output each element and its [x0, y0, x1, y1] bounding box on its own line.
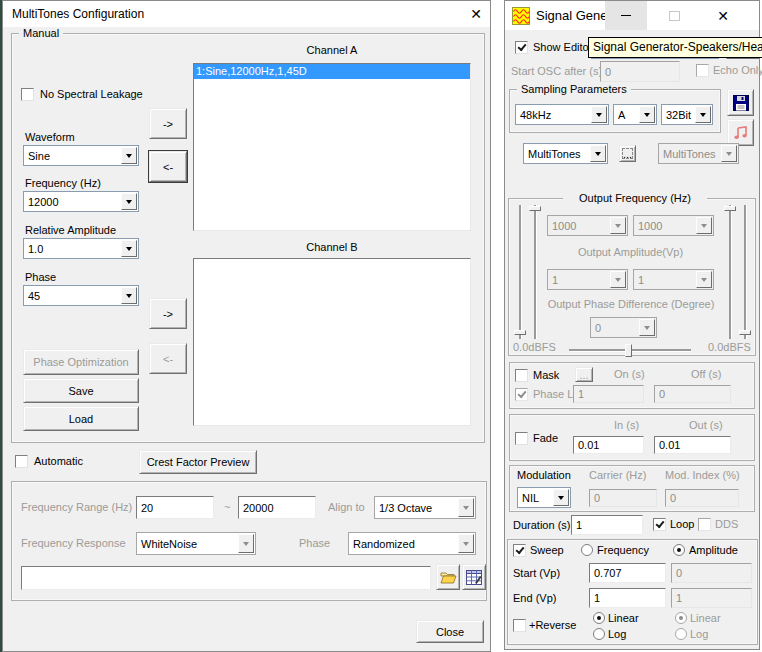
chevron-down-icon[interactable]: [121, 193, 137, 210]
channel-b-list[interactable]: [193, 258, 471, 426]
source-type-select[interactable]: MultiTones: [523, 143, 608, 164]
fade-checkbox[interactable]: [515, 432, 528, 445]
output-balance-a-slider[interactable]: [534, 205, 537, 339]
chevron-down-icon[interactable]: [121, 287, 137, 304]
log-radio-2[interactable]: [675, 628, 687, 640]
channel-select[interactable]: A: [613, 104, 657, 125]
start-osc-field[interactable]: 0: [600, 61, 680, 82]
loop-checkbox[interactable]: [653, 518, 666, 531]
play-tone-button[interactable]: [727, 119, 754, 146]
phase-optimization-button[interactable]: Phase Optimization: [23, 349, 139, 375]
minimize-button[interactable]: [605, 1, 647, 30]
maximize-button[interactable]: [653, 1, 695, 30]
dest-type-select[interactable]: MultiTones: [658, 143, 739, 164]
output-freq-b-select[interactable]: 1000: [633, 215, 714, 236]
frequency-range-from-field[interactable]: 20: [136, 496, 214, 519]
bit-depth-select[interactable]: 32Bit: [661, 104, 713, 125]
window-close-button[interactable]: ✕: [699, 1, 747, 30]
carrier-field[interactable]: 0: [589, 489, 657, 507]
frequency-range-to-field[interactable]: 20000: [238, 496, 316, 519]
chevron-down-icon[interactable]: [458, 534, 474, 553]
chevron-down-icon[interactable]: [610, 271, 626, 288]
fade-out-field[interactable]: 0.01: [654, 436, 731, 454]
sweep-amplitude-radio[interactable]: [673, 544, 685, 556]
remove-from-channel-a-button[interactable]: <-: [149, 151, 187, 182]
chevron-down-icon[interactable]: [696, 217, 712, 234]
end-vp-field[interactable]: 1: [589, 588, 666, 608]
chevron-down-icon[interactable]: [696, 271, 712, 288]
linear-radio-2[interactable]: [675, 612, 687, 624]
mod-index-field[interactable]: 0: [665, 489, 739, 507]
end-vp-field-2[interactable]: 1: [671, 588, 752, 608]
output-amp-b-select[interactable]: 1: [633, 269, 714, 290]
chevron-down-icon[interactable]: [639, 106, 655, 123]
no-spectral-leakage-checkbox[interactable]: [21, 88, 34, 101]
reverse-checkbox[interactable]: [513, 619, 526, 632]
slider-thumb[interactable]: [514, 330, 526, 335]
chevron-down-icon[interactable]: [610, 217, 626, 234]
dds-checkbox[interactable]: [698, 518, 711, 531]
chevron-down-icon[interactable]: [639, 319, 655, 336]
sweep-frequency-radio[interactable]: [581, 544, 593, 556]
mask-on-field[interactable]: 1: [573, 385, 644, 403]
mask-config-button[interactable]: ...: [575, 367, 593, 382]
add-to-channel-b-button[interactable]: ->: [149, 298, 187, 329]
start-vp-field[interactable]: 0.707: [589, 563, 666, 583]
start-vp-field-2[interactable]: 0: [671, 563, 752, 583]
phase-lock-checkbox[interactable]: [515, 388, 528, 401]
output-level-b-slider[interactable]: [744, 205, 747, 339]
output-amp-a-select[interactable]: 1: [547, 269, 628, 290]
log-radio[interactable]: [593, 628, 605, 640]
multitones-config-button[interactable]: ...: [619, 145, 636, 162]
channel-a-list-item[interactable]: 1:Sine,12000Hz,1,45D: [194, 64, 470, 79]
output-level-a-slider[interactable]: [519, 205, 522, 339]
save-button[interactable]: Save: [23, 378, 139, 403]
mask-checkbox[interactable]: [515, 369, 528, 382]
output-phase-select[interactable]: 0: [590, 317, 657, 338]
align-to-select[interactable]: 1/3 Octave: [374, 496, 476, 519]
phase2-select[interactable]: Randomized: [348, 532, 476, 555]
chevron-down-icon[interactable]: [553, 489, 569, 506]
edit-table-button[interactable]: [462, 564, 486, 590]
slider-thumb[interactable]: [529, 206, 541, 211]
multitones-close-button[interactable]: ✕: [461, 1, 491, 27]
chevron-down-icon[interactable]: [590, 145, 606, 162]
add-to-channel-a-button[interactable]: ->: [149, 108, 187, 139]
chevron-down-icon[interactable]: [121, 147, 137, 164]
automatic-checkbox[interactable]: [15, 455, 28, 468]
crest-factor-preview-button[interactable]: Crest Factor Preview: [139, 450, 257, 474]
sweep-checkbox[interactable]: [513, 544, 526, 557]
fade-in-field[interactable]: 0.01: [573, 436, 644, 454]
duration-field[interactable]: 1: [571, 515, 643, 535]
slider-thumb[interactable]: [724, 206, 736, 211]
sample-rate-select[interactable]: 48kHz: [515, 104, 609, 125]
multitones-titlebar[interactable]: MultiTones Configuration: [3, 1, 490, 27]
slider-thumb[interactable]: [625, 344, 632, 357]
phase-select[interactable]: 45: [23, 285, 139, 306]
file-path-field[interactable]: [21, 566, 431, 590]
chevron-down-icon[interactable]: [721, 145, 737, 162]
waveform-select[interactable]: Sine: [23, 145, 139, 166]
output-balance-b-slider[interactable]: [729, 205, 732, 339]
output-freq-a-select[interactable]: 1000: [547, 215, 628, 236]
show-editor-checkbox[interactable]: [515, 41, 528, 54]
save-signal-button[interactable]: [727, 89, 754, 116]
open-file-button[interactable]: [436, 564, 460, 590]
echo-only-checkbox[interactable]: [696, 64, 709, 77]
frequency-select[interactable]: 12000: [23, 191, 139, 212]
channel-a-list[interactable]: 1:Sine,12000Hz,1,45D: [193, 63, 471, 231]
chevron-down-icon[interactable]: [458, 498, 474, 517]
slider-thumb[interactable]: [739, 330, 751, 335]
relative-amplitude-select[interactable]: 1.0: [23, 238, 139, 259]
modulation-select[interactable]: NIL: [517, 487, 571, 508]
linear-radio[interactable]: [593, 612, 605, 624]
mask-off-field[interactable]: 0: [654, 385, 731, 403]
remove-from-channel-b-button[interactable]: <-: [149, 343, 187, 374]
chevron-down-icon[interactable]: [695, 106, 711, 123]
chevron-down-icon[interactable]: [121, 240, 137, 257]
load-button[interactable]: Load: [23, 406, 139, 431]
chevron-down-icon[interactable]: [238, 534, 254, 553]
frequency-response-select[interactable]: WhiteNoise: [136, 532, 256, 555]
chevron-down-icon[interactable]: [591, 106, 607, 123]
close-dialog-button[interactable]: Close: [416, 620, 484, 643]
